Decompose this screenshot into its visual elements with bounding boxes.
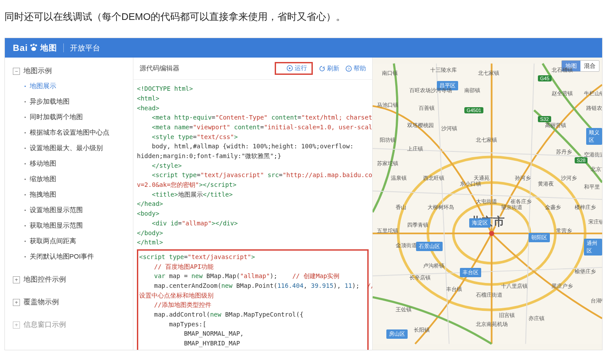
- map-place-label: 高丽营镇: [545, 122, 566, 129]
- svg-point-11: [489, 231, 494, 236]
- map-district-label[interactable]: 顺义区: [586, 128, 602, 145]
- map-place-label: 黄港夜: [538, 180, 554, 188]
- run-button[interactable]: 运行: [287, 64, 307, 72]
- help-icon: ?: [346, 66, 352, 72]
- svg-text:?: ?: [348, 66, 350, 71]
- map-place-label: 十三陵水库: [430, 66, 457, 74]
- map-place-label: 台湖镇: [591, 297, 602, 305]
- editor-pane: 源代码编辑器 运行 刷新 ? 帮助 <!DOCTYPE html> <html>…: [133, 58, 373, 350]
- map-place-label: 北京首都国际机场: [591, 166, 602, 173]
- play-icon: [287, 65, 293, 71]
- sidebar-item-label: 拖拽地图: [30, 190, 56, 199]
- map-preview[interactable]: 地图 混合 北京市 昌平区海淀区石景山区丰台区朝阳区通州区顺义区房山区G45G4…: [373, 58, 602, 350]
- intro-text: 同时还可以在线调试（每个DEMO的代码都可以直接拿来使用，省时又省心）。: [0, 0, 607, 38]
- map-place-label: 双塔樱桃园: [407, 122, 434, 129]
- sidebar-item-city-center[interactable]: 根据城市名设置地图中心点: [5, 125, 133, 140]
- sidebar-group-controls[interactable]: + 地图控件示例: [5, 272, 133, 287]
- paw-icon: [29, 43, 39, 53]
- sidebar-item-move-map[interactable]: 移动地图: [5, 156, 133, 171]
- map-place-label: 丰台镇: [446, 286, 462, 293]
- map-place-label: 大柳树环岛: [428, 204, 454, 211]
- sidebar-item-label: 地图展示: [30, 82, 56, 90]
- sidebar-item-get-bounds[interactable]: 获取地图显示范围: [5, 218, 133, 233]
- map-place-label: 香山: [396, 204, 406, 211]
- sidebar-item-label: 设置地图最大、最小级别: [30, 144, 103, 152]
- map-district-label[interactable]: 海淀区: [469, 218, 490, 228]
- map-place-label: 大屯街道: [476, 198, 497, 205]
- map-place-label: 阳坊镇: [380, 136, 396, 144]
- map-place-label: 石榴庄街道: [476, 291, 502, 299]
- sidebar-item-label: 异步加载地图: [30, 97, 70, 106]
- refresh-icon: [319, 66, 325, 72]
- map-place-label: 金盏乡: [545, 204, 561, 211]
- sidebar-item-poi-events[interactable]: 关闭默认地图POI事件: [5, 249, 133, 264]
- svg-point-1: [33, 43, 35, 46]
- sidebar-item-zoom-map[interactable]: 缩放地图: [5, 171, 133, 187]
- map-place-label: 赵全营镇: [552, 90, 573, 97]
- sidebar-group-overlays[interactable]: + 覆盖物示例: [5, 295, 133, 310]
- platform-label[interactable]: 开放平台: [70, 43, 100, 53]
- map-place-label: 北石槽镇: [552, 66, 573, 74]
- help-button[interactable]: ? 帮助: [346, 65, 366, 73]
- sidebar-item-set-bounds[interactable]: 设置地图显示范围: [5, 202, 133, 218]
- sidebar-item-two-maps[interactable]: 同时加载两个地图: [5, 109, 133, 125]
- code-editor[interactable]: <!DOCTYPE html> <html> <head> <meta http…: [133, 80, 372, 350]
- map-place-label: 四季青镇: [407, 221, 428, 229]
- baidu-map-logo[interactable]: Bai 地图: [13, 43, 57, 53]
- expand-icon: +: [13, 299, 20, 306]
- map-place-label: 长阳镇: [414, 326, 430, 334]
- map-place-label: 南口镇: [382, 70, 398, 77]
- map-place-label: 沙河乡: [561, 174, 577, 182]
- refresh-label: 刷新: [327, 65, 339, 73]
- map-road-shield: G4501: [464, 107, 483, 113]
- map-place-label: 旧宫镇: [499, 312, 515, 319]
- topbar: Bai 地图 开放平台: [5, 38, 602, 58]
- sidebar-item-zoom-limits[interactable]: 设置地图最大、最小级别: [5, 140, 133, 156]
- sidebar-group-label: 覆盖物示例: [23, 298, 59, 307]
- refresh-button[interactable]: 刷新: [319, 65, 339, 73]
- svg-point-0: [30, 44, 32, 46]
- app-frame: Bai 地图 开放平台 − 地图示例 地图展示 异步加载地图 同时加载两个地图 …: [4, 38, 603, 350]
- map-place-label: 沙河镇: [441, 125, 457, 132]
- map-place-label: 空港街道: [584, 151, 602, 159]
- editor-toolbar: 源代码编辑器 运行 刷新 ? 帮助: [133, 58, 372, 80]
- map-place-label: 五里坨镇: [377, 227, 398, 235]
- help-label: 帮助: [354, 65, 366, 73]
- sidebar-item-distance[interactable]: 获取两点间距离: [5, 233, 133, 249]
- sidebar-item-async-load[interactable]: 异步加载地图: [5, 94, 133, 109]
- map-place-label: 王佐镇: [396, 306, 412, 314]
- map-place-label: 苏家坨镇: [377, 160, 398, 167]
- map-place-label: 苏丹乡: [556, 148, 572, 156]
- map-place-label: 上庄镇: [407, 145, 423, 153]
- map-type-hybrid[interactable]: 混合: [580, 61, 599, 71]
- sidebar-item-label: 同时加载两个地图: [30, 113, 83, 121]
- map-place-label: 牛栏山镇: [584, 90, 602, 97]
- map-place-label: 北京南苑机场: [476, 321, 508, 328]
- sidebar-group-label: 地图控件示例: [23, 275, 66, 284]
- map-place-label: 和平里: [584, 183, 600, 191]
- map-district-label[interactable]: 石景山区: [416, 242, 443, 251]
- map-place-label: 榆垡庄乡: [575, 268, 596, 275]
- sidebar-group-map-examples[interactable]: − 地图示例: [5, 64, 133, 78]
- map-district-label[interactable]: 丰台区: [460, 268, 481, 277]
- sidebar-item-label: 获取两点间距离: [30, 237, 76, 245]
- map-district-label[interactable]: 房山区: [386, 329, 408, 339]
- collapse-icon: −: [13, 68, 20, 75]
- map-place-label: 长辛店镇: [409, 274, 431, 282]
- expand-icon: +: [13, 321, 20, 329]
- sidebar-group-label: 地图示例: [23, 66, 52, 76]
- sidebar-item-drag-map[interactable]: 拖拽地图: [5, 187, 133, 202]
- map-place-label: 卢沟桥镇: [423, 262, 444, 270]
- sidebar-group-label: 信息窗口示例: [23, 320, 66, 329]
- map-place-label: 常营乡: [556, 227, 572, 235]
- sidebar-item-map-display[interactable]: 地图展示: [5, 78, 133, 94]
- sidebar-group-infowindow[interactable]: + 信息窗口示例: [5, 318, 133, 332]
- sidebar-item-label: 关闭默认地图POI事件: [30, 252, 94, 261]
- map-district-label[interactable]: 通州区: [584, 239, 602, 256]
- map-place-label: 亦庄镇: [529, 315, 545, 322]
- map-place-label: 宋庄镇: [588, 218, 602, 226]
- map-place-label: 温泉镇: [391, 174, 407, 182]
- map-district-label[interactable]: 朝阳区: [529, 233, 550, 242]
- editor-title: 源代码编辑器: [140, 64, 275, 73]
- logo-text-map: 地图: [40, 43, 57, 53]
